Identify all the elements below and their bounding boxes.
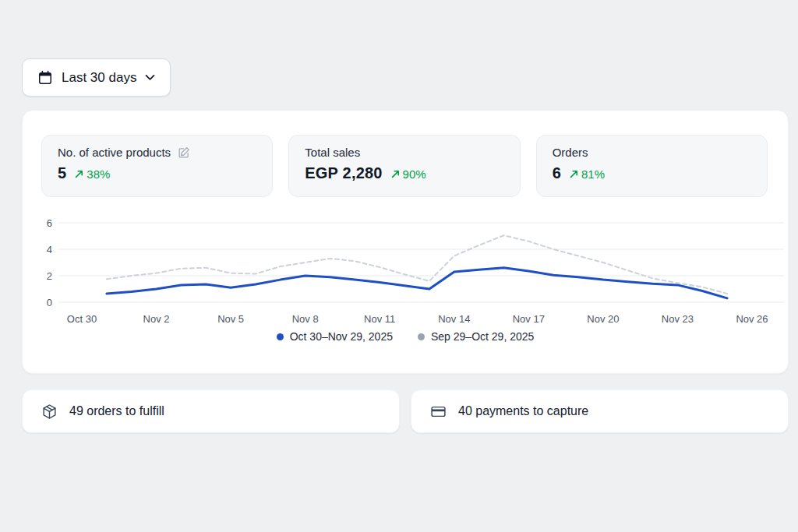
svg-text:Nov 14: Nov 14: [438, 313, 470, 325]
sales-chart: 0246Oct 30Nov 2Nov 5Nov 8Nov 11Nov 14Nov…: [41, 213, 784, 329]
legend-dot-previous: [418, 333, 425, 340]
svg-text:Nov 11: Nov 11: [364, 313, 395, 325]
metric-value: 5: [58, 164, 66, 182]
legend-label: Sep 29–Oct 29, 2025: [431, 330, 534, 343]
metric-label: Total sales: [305, 146, 360, 159]
svg-text:2: 2: [47, 270, 52, 282]
metric-change: 38%: [75, 167, 110, 181]
svg-text:Nov 17: Nov 17: [513, 313, 545, 325]
svg-text:Nov 26: Nov 26: [736, 313, 768, 325]
svg-text:Nov 2: Nov 2: [143, 313, 170, 325]
legend-current-period: Oct 30–Nov 29, 2025: [277, 330, 393, 343]
credit-card-icon: [430, 403, 447, 420]
chart-legend: Oct 30–Nov 29, 2025 Sep 29–Oct 29, 2025: [23, 330, 788, 343]
metric-label: No. of active products: [58, 146, 171, 159]
trend-up-icon: [391, 170, 400, 178]
trend-up-icon: [570, 170, 578, 178]
metric-change: 90%: [391, 167, 426, 181]
package-icon: [41, 403, 58, 420]
legend-previous-period: Sep 29–Oct 29, 2025: [418, 330, 534, 343]
action-cards: 49 orders to fulfill 40 payments to capt…: [22, 389, 789, 433]
date-range-button[interactable]: Last 30 days: [22, 58, 171, 97]
date-range-label: Last 30 days: [62, 70, 136, 86]
metric-tile-active-products[interactable]: No. of active products 5 38%: [41, 135, 273, 197]
svg-text:6: 6: [47, 217, 52, 229]
svg-text:4: 4: [47, 244, 52, 255]
legend-dot-current: [277, 333, 284, 340]
action-label: 40 payments to capture: [458, 404, 588, 418]
metric-tile-total-sales[interactable]: Total sales EGP 2,280 90%: [288, 135, 520, 197]
metric-tile-orders[interactable]: Orders 6 81%: [536, 135, 768, 197]
action-label: 49 orders to fulfill: [69, 404, 164, 418]
analytics-card: No. of active products 5 38%: [22, 110, 789, 374]
svg-text:Oct 30: Oct 30: [67, 313, 97, 325]
svg-text:Nov 8: Nov 8: [292, 313, 319, 325]
metric-change: 81%: [570, 167, 605, 181]
edit-icon[interactable]: [178, 146, 190, 159]
svg-text:0: 0: [47, 297, 52, 308]
svg-text:Nov 23: Nov 23: [662, 313, 694, 325]
legend-label: Oct 30–Nov 29, 2025: [290, 330, 393, 343]
metric-label: Orders: [553, 146, 588, 159]
payments-to-capture-card[interactable]: 40 payments to capture: [411, 389, 789, 433]
metric-value: EGP 2,280: [305, 164, 382, 182]
metric-tiles: No. of active products 5 38%: [41, 135, 768, 197]
svg-text:Nov 5: Nov 5: [217, 313, 244, 325]
metric-value: 6: [553, 164, 561, 182]
trend-up-icon: [75, 170, 83, 178]
calendar-icon: [37, 70, 53, 86]
svg-text:Nov 20: Nov 20: [587, 313, 619, 325]
chevron-down-icon: [145, 74, 155, 81]
orders-to-fulfill-card[interactable]: 49 orders to fulfill: [22, 389, 400, 433]
